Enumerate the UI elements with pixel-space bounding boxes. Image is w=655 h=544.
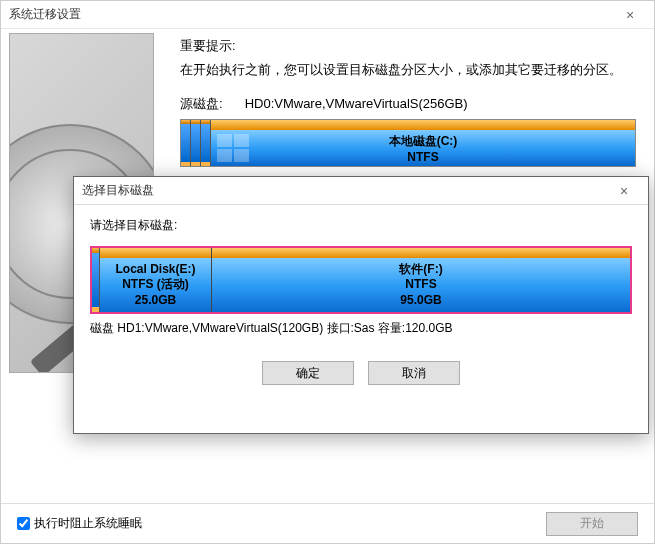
partition-name: 本地磁盘(C:) bbox=[389, 133, 458, 150]
windows-icon bbox=[217, 134, 249, 162]
target-disk-dialog: 选择目标磁盘 × 请选择目标磁盘: Local Disk(E:) NTFS (活… bbox=[73, 176, 649, 434]
target-disk-info: 磁盘 HD1:VMware,VMwareVirtualS(120GB) 接口:S… bbox=[90, 320, 632, 337]
reserved-strip bbox=[191, 120, 201, 166]
main-titlebar: 系统迁移设置 × bbox=[1, 1, 654, 29]
prevent-sleep-input[interactable] bbox=[17, 517, 30, 530]
reserved-strip bbox=[201, 120, 211, 166]
close-icon[interactable]: × bbox=[608, 183, 640, 199]
ok-button[interactable]: 确定 bbox=[262, 361, 354, 385]
target-disk-bar[interactable]: Local Disk(E:) NTFS (活动) 25.0GB 软件(F:) N… bbox=[90, 246, 632, 314]
dialog-title: 选择目标磁盘 bbox=[82, 182, 154, 199]
hint-text: 在开始执行之前，您可以设置目标磁盘分区大小，或添加其它要迁移的分区。 bbox=[180, 61, 636, 79]
source-disk-bar[interactable]: 本地磁盘(C:) NTFS bbox=[180, 119, 636, 167]
target-partition-e[interactable]: Local Disk(E:) NTFS (活动) 25.0GB bbox=[100, 248, 212, 312]
partition-fs: NTFS bbox=[407, 150, 438, 164]
close-icon[interactable]: × bbox=[614, 7, 646, 23]
hint-title: 重要提示: bbox=[180, 37, 636, 55]
target-partition-f[interactable]: 软件(F:) NTFS 95.0GB bbox=[212, 248, 630, 312]
target-prompt: 请选择目标磁盘: bbox=[90, 217, 632, 234]
source-disk-name: HD0:VMware,VMwareVirtualS(256GB) bbox=[245, 96, 468, 111]
prevent-sleep-checkbox[interactable]: 执行时阻止系统睡眠 bbox=[17, 515, 142, 532]
window-title: 系统迁移设置 bbox=[9, 6, 81, 23]
source-label: 源磁盘:HD0:VMware,VMwareVirtualS(256GB) bbox=[180, 95, 636, 113]
cancel-button[interactable]: 取消 bbox=[368, 361, 460, 385]
reserved-strip bbox=[92, 248, 100, 312]
start-button[interactable]: 开始 bbox=[546, 512, 638, 536]
reserved-strip bbox=[181, 120, 191, 166]
